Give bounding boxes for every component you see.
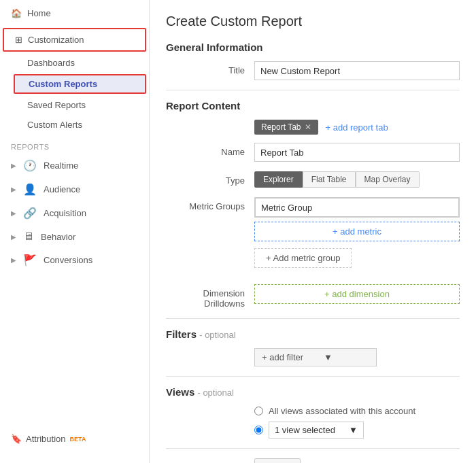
sidebar-item-custom-reports[interactable]: Custom Reports	[14, 74, 146, 94]
arrow-icon: ▶	[11, 256, 16, 264]
report-content-title: Report Content	[166, 100, 460, 112]
filters-title: Filters - optional	[166, 328, 460, 340]
views-optional-label: - optional	[197, 388, 233, 398]
name-field-wrapper	[254, 143, 460, 162]
attribution-icon: 🔖	[11, 434, 22, 444]
save-cancel-row: Save Cancel	[166, 458, 460, 463]
sidebar-item-dashboards[interactable]: Dashboards	[0, 53, 149, 73]
sidebar-item-behavior[interactable]: ▶ 🖥 Behavior	[0, 225, 149, 248]
divider-1	[166, 90, 460, 90]
sidebar-item-saved-reports[interactable]: Saved Reports	[0, 95, 149, 115]
title-field-wrapper	[254, 61, 460, 80]
radio-selected-view-row: 1 view selected ▼	[166, 422, 460, 439]
clock-icon: 🕐	[23, 159, 37, 172]
add-filter-row: + add filter ▼	[166, 348, 460, 366]
type-row: Type Explorer Flat Table Map Overlay	[166, 171, 460, 188]
name-row: Name	[166, 143, 460, 162]
views-title: Views - optional	[166, 386, 460, 398]
sidebar-item-audience[interactable]: ▶ 👤 Audience	[0, 177, 149, 201]
metric-groups-content: + add metric + Add metric group	[254, 197, 460, 275]
name-label: Name	[166, 143, 254, 157]
add-tab-link[interactable]: + add report tab	[325, 122, 388, 133]
sidebar-item-realtime[interactable]: ▶ 🕐 Realtime	[0, 154, 149, 177]
general-info-title: General Information	[166, 41, 460, 53]
sidebar: 🏠 Home ⊞ Customization Dashboards Custom…	[0, 0, 150, 463]
metric-group-box	[254, 197, 460, 218]
title-row: Title	[166, 61, 460, 80]
flag-icon: 🚩	[23, 254, 37, 267]
person-icon: 👤	[23, 183, 37, 196]
main-content: Create Custom Report General Information…	[150, 0, 476, 463]
report-content-section: Report Content Report Tab ✕ + add report…	[166, 100, 460, 309]
type-label: Type	[166, 171, 254, 186]
title-input[interactable]	[254, 61, 460, 80]
sidebar-item-customization[interactable]: ⊞ Customization	[3, 28, 146, 52]
type-explorer-btn[interactable]: Explorer	[254, 171, 303, 188]
dimension-drilldowns-row: Dimension Drilldowns + add dimension	[166, 284, 460, 309]
report-tab-pill[interactable]: Report Tab ✕	[254, 120, 318, 135]
type-flat-table-btn[interactable]: Flat Table	[303, 171, 356, 188]
view-select[interactable]: 1 view selected ▼	[269, 422, 364, 439]
home-icon: 🏠	[11, 8, 22, 18]
dimension-drilldowns-label: Dimension Drilldowns	[166, 284, 254, 309]
type-buttons: Explorer Flat Table Map Overlay	[254, 171, 460, 188]
page-title: Create Custom Report	[166, 14, 460, 29]
view-select-wrapper: 1 view selected ▼	[269, 422, 364, 439]
sidebar-item-conversions[interactable]: ▶ 🚩 Conversions	[0, 248, 149, 272]
type-map-overlay-btn[interactable]: Map Overlay	[356, 171, 420, 188]
sidebar-home-label: Home	[27, 8, 51, 18]
save-button[interactable]: Save	[254, 458, 301, 463]
beta-badge: BETA	[70, 436, 86, 443]
tab-label: Report Tab	[261, 122, 301, 132]
radio-all-views-label: All views associated with this account	[269, 406, 415, 416]
arrow-icon: ▶	[11, 209, 16, 217]
metric-groups-label: Metric Groups	[166, 197, 254, 211]
add-metric-group-button[interactable]: + Add metric group	[254, 248, 352, 268]
dimension-drilldowns-content: + add dimension	[254, 284, 460, 304]
divider-4	[166, 448, 460, 449]
divider-3	[166, 376, 460, 377]
filters-optional-label: - optional	[199, 330, 235, 340]
display-icon: 🖥	[23, 230, 34, 243]
arrow-icon: ▶	[11, 186, 16, 193]
tabs-bar: Report Tab ✕ + add report tab	[166, 120, 460, 135]
name-input[interactable]	[254, 143, 460, 162]
radio-all-views[interactable]	[254, 407, 263, 415]
link-icon: 🔗	[23, 207, 37, 220]
add-dimension-button[interactable]: + add dimension	[254, 284, 460, 304]
reports-section-label: REPORTS	[0, 135, 149, 154]
arrow-icon: ▶	[11, 233, 16, 241]
tab-close-icon[interactable]: ✕	[305, 122, 311, 132]
type-buttons-wrapper: Explorer Flat Table Map Overlay	[254, 171, 460, 188]
sidebar-item-home[interactable]: 🏠 Home	[0, 0, 149, 27]
title-label: Title	[166, 61, 254, 75]
radio-all-views-row: All views associated with this account	[166, 406, 460, 416]
grid-icon: ⊞	[15, 35, 22, 45]
view-dropdown-arrow: ▼	[349, 425, 358, 435]
sidebar-item-attribution[interactable]: 🔖 Attribution BETA	[0, 428, 150, 449]
add-metric-button[interactable]: + add metric	[254, 222, 460, 241]
arrow-icon: ▶	[11, 162, 16, 169]
divider-2	[166, 318, 460, 319]
add-filter-select[interactable]: + add filter ▼	[254, 348, 377, 366]
metric-group-input[interactable]	[255, 198, 459, 217]
radio-selected-view[interactable]	[254, 426, 263, 434]
filter-dropdown-arrow: ▼	[324, 352, 333, 362]
metric-groups-row: Metric Groups + add metric + Add metric …	[166, 197, 460, 275]
sidebar-item-custom-alerts[interactable]: Custom Alerts	[0, 115, 149, 135]
sidebar-item-acquisition[interactable]: ▶ 🔗 Acquisition	[0, 201, 149, 225]
customization-label: Customization	[28, 35, 84, 45]
